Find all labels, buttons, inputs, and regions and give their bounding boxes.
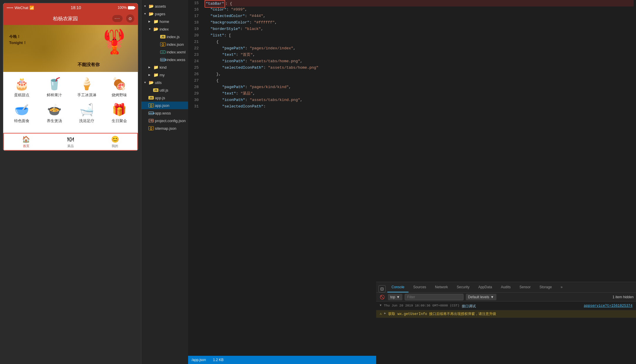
home-folder-icon bbox=[153, 19, 158, 24]
app-js-label: app.js bbox=[155, 96, 165, 100]
util-js-label: util.js bbox=[160, 88, 168, 92]
kind-folder-icon bbox=[153, 65, 158, 70]
tab-mine[interactable]: 😊 我的 bbox=[93, 134, 137, 150]
banner-line2: Tonight！ bbox=[9, 40, 27, 46]
tab-storage[interactable]: Storage bbox=[535, 282, 556, 292]
entry-0-arrow: ▼ bbox=[380, 304, 381, 307]
tab-sensor-label: Sensor bbox=[520, 285, 531, 289]
grid-item-soup[interactable]: 🍲 养生煲汤 bbox=[40, 102, 68, 124]
tab-appdata[interactable]: AppData bbox=[474, 282, 496, 292]
line-num-24: 24 bbox=[190, 58, 199, 65]
code-line-28: "pagePath": "pages/kind/kind", bbox=[205, 84, 634, 90]
tab-sensor[interactable]: Sensor bbox=[516, 282, 535, 292]
birthday-label: 生日聚会 bbox=[112, 118, 127, 124]
console-entry-0: ▼ Thu Jun 20 2019 18:09:36 GMT+0800 (CST… bbox=[376, 303, 636, 310]
tab-sources[interactable]: Sources bbox=[409, 282, 430, 292]
noodle-icon: 🥣 bbox=[14, 102, 29, 117]
grid-item-juice[interactable]: 🥤 鲜榨果汁 bbox=[40, 77, 68, 98]
line-num-20: 20 bbox=[190, 32, 199, 39]
statusbar-size: 1.2 KB bbox=[213, 358, 224, 362]
tab-appdata-label: AppData bbox=[478, 285, 492, 289]
code-line-16: "color": "#999", bbox=[205, 6, 634, 13]
my-folder-icon bbox=[153, 72, 158, 77]
tab-console[interactable]: Console bbox=[387, 282, 409, 292]
bath-icon: 🛁 bbox=[79, 102, 94, 117]
console-filter-input[interactable] bbox=[405, 294, 463, 300]
index-wxss-icon: wxss bbox=[160, 57, 165, 62]
line-num-26: 26 bbox=[190, 71, 199, 77]
code-line-24: "iconPath": "assets/tabs/home.png", bbox=[205, 58, 634, 65]
code-line-20: "list": [ bbox=[205, 32, 634, 39]
line-num-29: 29 bbox=[190, 90, 199, 97]
icecream-label: 手工冰淇淋 bbox=[77, 92, 96, 98]
project-config-label: project.config.json bbox=[155, 119, 186, 123]
banner-line1: 今晚！ bbox=[9, 34, 27, 40]
phone-frame: ••••• WeChat 📶 18:10 100% 柏杨农家园 ··· bbox=[3, 3, 138, 151]
code-line-31: "selectedIconPath": bbox=[205, 103, 634, 110]
app-json-label: app.json bbox=[155, 103, 169, 108]
clear-console-button[interactable]: 🚫 bbox=[379, 294, 386, 301]
tab-more[interactable]: » bbox=[557, 282, 567, 292]
icecream-icon: 🍦 bbox=[79, 77, 94, 91]
bbq-label: 烧烤野味 bbox=[112, 92, 127, 98]
tab-audits-label: Audits bbox=[501, 285, 511, 289]
grid-item-icecream[interactable]: 🍦 手工冰淇淋 bbox=[73, 77, 101, 98]
target-button[interactable]: ⊙ bbox=[126, 14, 134, 23]
grid-item-noodle[interactable]: 🥣 特色面食 bbox=[8, 102, 36, 124]
juice-label: 鲜榨果汁 bbox=[47, 92, 62, 98]
home-tab-icon: 🏠 bbox=[22, 136, 30, 143]
code-line-27: { bbox=[205, 77, 634, 84]
pages-folder-icon bbox=[148, 11, 154, 16]
banner-lobster-emoji: 🦞 bbox=[100, 28, 129, 55]
entry-0-link[interactable]: appservice?t=1561025374 bbox=[584, 304, 632, 308]
index-json-icon: {} bbox=[160, 42, 165, 47]
tab-home[interactable]: 🏠 首页 bbox=[4, 134, 48, 150]
index-folder-icon bbox=[153, 26, 158, 32]
grid-item-birthday[interactable]: 🎁 生日聚会 bbox=[105, 102, 133, 124]
line-num-16: 16 bbox=[190, 6, 199, 13]
line-num-27: 27 bbox=[190, 77, 199, 84]
line-num-19: 19 bbox=[190, 26, 199, 32]
pages-label: pages bbox=[155, 12, 165, 16]
utils-label: utils bbox=[155, 80, 162, 85]
grid-row-2: 🥣 特色面食 🍲 养生煲汤 🛁 洗浴足疗 🎁 生日聚会 bbox=[6, 102, 135, 124]
sitemap-label: sitemap.json bbox=[155, 126, 176, 131]
sitemap-icon: {} bbox=[148, 126, 154, 131]
tab-network[interactable]: Network bbox=[431, 282, 452, 292]
utils-folder-icon bbox=[148, 80, 154, 85]
grid-item-bbq[interactable]: 🍖 烧烤野味 bbox=[105, 77, 133, 98]
birthday-icon: 🎁 bbox=[112, 102, 127, 117]
warning-icon: ⚠ bbox=[380, 311, 382, 316]
soup-icon: 🍲 bbox=[47, 102, 62, 117]
line-num-30: 30 bbox=[190, 97, 199, 103]
assets-arrow bbox=[144, 5, 148, 8]
console-output: ▼ Thu Jun 20 2019 18:09:36 GMT+0800 (CST… bbox=[376, 301, 636, 364]
mine-tab-icon: 😊 bbox=[111, 136, 119, 143]
project-config-icon: {⚙} bbox=[148, 118, 154, 123]
log-levels-arrow: ▼ bbox=[491, 295, 494, 299]
status-time: 18:10 bbox=[71, 5, 81, 10]
tab-security[interactable]: Security bbox=[453, 282, 473, 292]
index-wxss-label: index.wxss bbox=[167, 58, 185, 62]
tab-audits[interactable]: Audits bbox=[497, 282, 515, 292]
devtools-inspect-icon[interactable]: ⊡ bbox=[379, 285, 386, 292]
grid-item-cake[interactable]: 🎂 蛋糕甜点 bbox=[8, 77, 36, 98]
line-num-28: 28 bbox=[190, 84, 199, 90]
context-dropdown-value: top bbox=[390, 295, 395, 299]
phone-panel: ••••• WeChat 📶 18:10 100% 柏杨农家园 ··· bbox=[0, 0, 141, 364]
index-wxml-icon: <> bbox=[160, 49, 165, 55]
context-dropdown[interactable]: top ▼ bbox=[388, 294, 402, 300]
kind-arrow bbox=[148, 66, 153, 69]
left-section: ••••• WeChat 📶 18:10 100% 柏杨农家园 ··· bbox=[0, 0, 188, 364]
juice-icon: 🥤 bbox=[47, 77, 62, 91]
app-wxss-label: app.wxss bbox=[155, 111, 171, 115]
log-levels-dropdown[interactable]: Default levels ▼ bbox=[466, 294, 496, 300]
index-js-icon: JS bbox=[160, 34, 165, 39]
tab-menu[interactable]: 🍽 菜品 bbox=[48, 134, 93, 150]
grid-item-bath[interactable]: 🛁 洗浴足疗 bbox=[73, 102, 101, 124]
home-label: home bbox=[160, 19, 169, 24]
menu-dots-button[interactable]: ··· bbox=[112, 15, 123, 22]
app-json-icon: {} bbox=[148, 103, 154, 108]
devtools-panel: ⊡ Console Sources Network Security AppDa… bbox=[376, 282, 636, 364]
banner-text: 今晚！ Tonight！ bbox=[9, 34, 27, 46]
